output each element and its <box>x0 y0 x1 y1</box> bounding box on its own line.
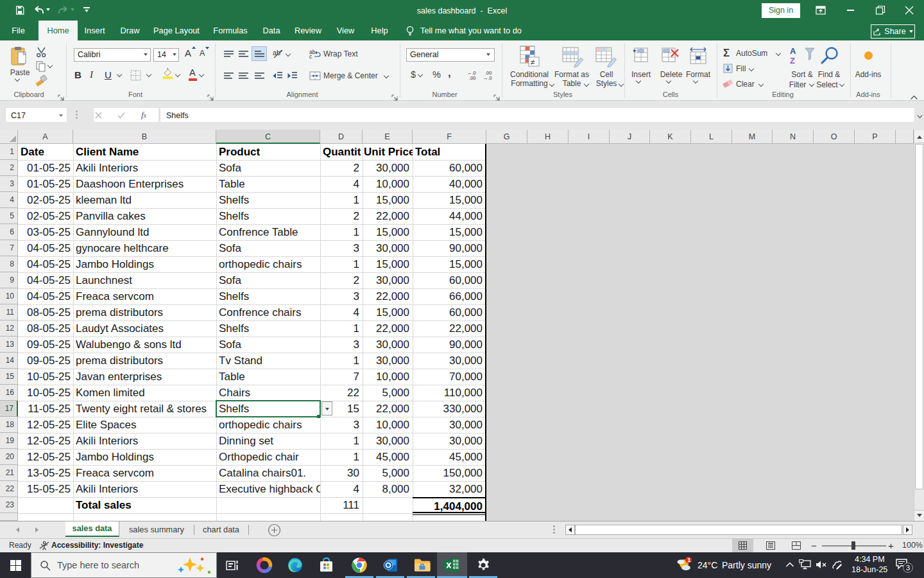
svg-text:A: A <box>790 46 796 56</box>
svg-text:→.0: →.0 <box>483 75 492 80</box>
svg-text:1: 1 <box>687 556 691 563</box>
svg-text:≠: ≠ <box>531 58 535 67</box>
svg-text:Z: Z <box>790 56 795 66</box>
svg-text:.00: .00 <box>469 75 475 80</box>
